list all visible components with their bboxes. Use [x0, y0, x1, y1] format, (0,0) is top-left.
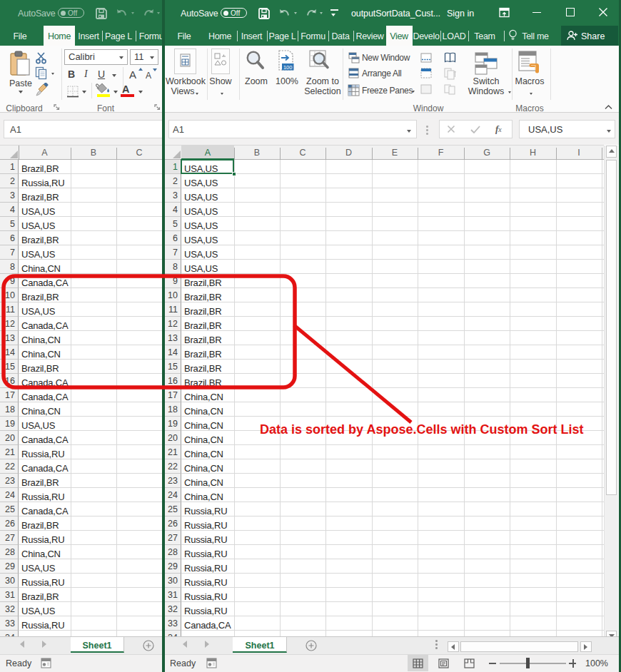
svg-text:100: 100 [283, 64, 293, 71]
